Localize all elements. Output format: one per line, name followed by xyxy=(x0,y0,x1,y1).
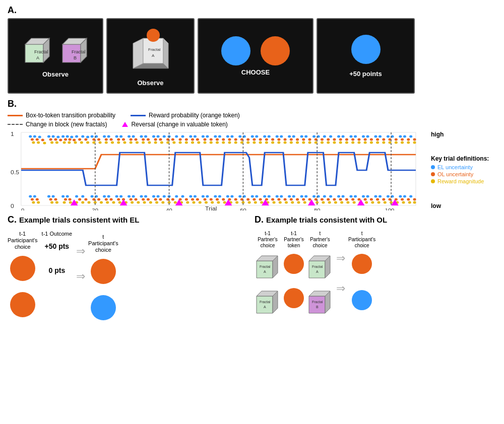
svg-point-218 xyxy=(66,195,69,198)
svg-point-68 xyxy=(304,135,307,138)
svg-point-30 xyxy=(75,135,78,138)
svg-point-102 xyxy=(122,138,125,141)
svg-point-281 xyxy=(84,198,87,201)
svg-point-215 xyxy=(47,195,50,198)
svg-point-279 xyxy=(69,198,72,201)
svg-point-335 xyxy=(32,201,35,204)
svg-point-364 xyxy=(217,201,220,204)
d-r1-token xyxy=(284,254,304,274)
ol-def-item: OL uncertainty xyxy=(431,171,496,177)
svg-point-176 xyxy=(191,142,194,144)
svg-point-276 xyxy=(49,198,52,201)
legend-row-2: Change in block (new fractals) Reversal … xyxy=(8,121,496,128)
svg-point-43 xyxy=(152,135,155,138)
svg-point-190 xyxy=(277,142,280,144)
svg-text:A: A xyxy=(316,270,319,273)
svg-point-54 xyxy=(218,135,221,138)
svg-point-328 xyxy=(376,198,379,201)
svg-point-391 xyxy=(384,201,387,204)
svg-point-229 xyxy=(140,195,143,198)
cube-a-svg: Fractal A xyxy=(21,34,52,65)
svg-point-376 xyxy=(291,201,294,204)
svg-point-375 xyxy=(285,201,288,204)
svg-point-360 xyxy=(192,201,195,204)
svg-point-74 xyxy=(342,135,345,138)
c-row1-orange xyxy=(10,256,35,281)
svg-point-113 xyxy=(191,138,194,141)
svg-point-152 xyxy=(43,142,46,145)
svg-point-363 xyxy=(211,201,214,204)
svg-text:1: 1 xyxy=(11,131,14,137)
svg-text:0: 0 xyxy=(11,203,14,209)
svg-point-86 xyxy=(31,138,34,141)
svg-point-146 xyxy=(395,138,398,141)
svg-point-27 xyxy=(61,135,65,138)
screen-3: CHOOSE xyxy=(198,18,313,94)
svg-point-150 xyxy=(32,142,35,144)
svg-marker-427 xyxy=(309,296,325,313)
screen-2: Fractal A Observe xyxy=(106,18,195,94)
svg-point-87 xyxy=(36,138,39,141)
svg-point-205 xyxy=(370,142,373,144)
svg-point-317 xyxy=(308,198,311,201)
svg-point-112 xyxy=(185,138,188,141)
svg-point-307 xyxy=(246,198,249,201)
svg-point-81 xyxy=(387,135,390,138)
svg-point-127 xyxy=(277,138,280,141)
svg-point-135 xyxy=(327,138,330,141)
svg-text:Fractal: Fractal xyxy=(312,265,323,268)
svg-point-299 xyxy=(196,198,199,201)
c-arrow-2: ⇒ xyxy=(76,270,85,283)
svg-point-110 xyxy=(171,138,174,141)
section-b: B. Box-to-token transition probability R… xyxy=(8,99,496,210)
svg-point-159 xyxy=(86,142,89,144)
svg-point-273 xyxy=(409,195,412,198)
svg-point-284 xyxy=(105,198,108,201)
svg-point-72 xyxy=(329,135,332,138)
svg-point-79 xyxy=(374,135,377,138)
el-def-label: EL uncertainty xyxy=(437,164,473,170)
svg-point-274 xyxy=(31,198,34,201)
svg-point-343 xyxy=(87,201,90,204)
section-d-title: Example trials consistent with OL xyxy=(266,216,387,224)
svg-point-192 xyxy=(290,142,293,144)
svg-point-199 xyxy=(333,142,336,144)
svg-point-197 xyxy=(321,142,324,144)
reward-dot-icon xyxy=(431,179,435,183)
triangle-icon xyxy=(122,122,128,127)
svg-point-267 xyxy=(374,195,377,198)
svg-point-314 xyxy=(290,198,293,201)
svg-point-73 xyxy=(337,135,340,138)
svg-point-214 xyxy=(33,195,36,198)
chart-container: 1 0.5 0 xyxy=(8,130,496,210)
svg-point-178 xyxy=(203,142,206,144)
svg-point-308 xyxy=(253,198,256,201)
svg-marker-412 xyxy=(257,261,273,278)
section-d-label: D. xyxy=(255,215,264,225)
svg-point-32 xyxy=(86,136,89,138)
svg-point-28 xyxy=(66,135,69,138)
svg-point-303 xyxy=(222,198,225,201)
svg-point-323 xyxy=(345,198,348,201)
orange-ball-top xyxy=(146,28,161,43)
d-col2-header: t-1 Partner's token xyxy=(284,231,304,249)
svg-point-119 xyxy=(228,138,231,141)
svg-point-340 xyxy=(69,201,72,204)
svg-text:Fractal: Fractal xyxy=(72,49,86,54)
svg-point-136 xyxy=(333,138,336,141)
svg-point-77 xyxy=(362,135,365,138)
section-c: C. Example trials consistent with EL t-1… xyxy=(8,215,249,320)
svg-point-278 xyxy=(64,198,67,201)
svg-point-56 xyxy=(230,135,233,138)
legend-dashed-line: Change in block (new fractals) xyxy=(8,121,107,128)
svg-point-272 xyxy=(403,195,406,198)
c-row1-choice xyxy=(91,259,116,284)
svg-point-177 xyxy=(197,142,200,144)
svg-point-286 xyxy=(117,198,120,201)
svg-point-100 xyxy=(109,138,112,141)
svg-point-151 xyxy=(37,142,40,144)
svg-point-377 xyxy=(297,201,300,204)
svg-point-292 xyxy=(154,198,157,201)
svg-point-348 xyxy=(118,201,121,204)
svg-point-394 xyxy=(402,201,405,204)
